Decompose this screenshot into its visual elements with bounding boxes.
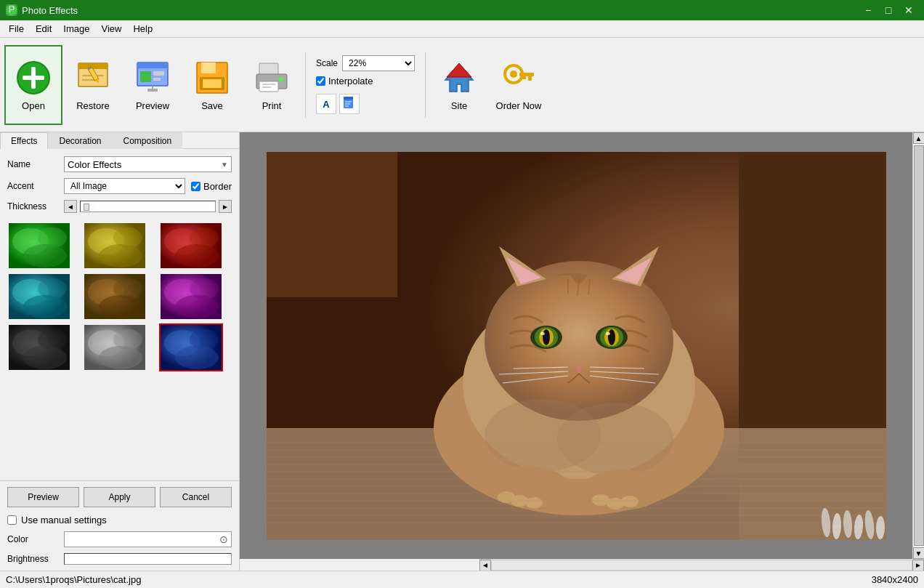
preview-icon	[133, 58, 172, 97]
name-value: Color Effects	[68, 159, 121, 170]
color-input[interactable]: ⊙	[64, 531, 232, 547]
menu-file[interactable]: File	[3, 22, 30, 36]
apply-button[interactable]: Apply	[84, 487, 155, 507]
thickness-label: Thickness	[7, 201, 58, 212]
image-dimensions: 3840x2400	[872, 574, 918, 585]
accent-row: Accent All Image Borders only Center Bor…	[7, 178, 232, 194]
swatch-teal[interactable]	[7, 273, 71, 321]
titlebar-controls: − □ ✕	[859, 3, 918, 17]
scroll-right-button[interactable]: ►	[912, 560, 924, 571]
manual-settings-checkbox[interactable]	[7, 515, 17, 525]
svg-rect-14	[140, 71, 151, 82]
menubar: File Edit Image View Help	[0, 20, 924, 38]
svg-rect-39	[528, 76, 532, 81]
name-dropdown-arrow: ▼	[221, 161, 228, 169]
swatch-yellow[interactable]	[83, 222, 147, 270]
swatch-yellow-inner	[84, 223, 145, 268]
manual-check-row: Use manual settings	[7, 515, 232, 525]
swatches-grid	[7, 219, 232, 374]
svg-rect-22	[203, 79, 222, 88]
print-icon	[252, 58, 291, 97]
color-label: Color	[7, 534, 58, 544]
svg-rect-18	[152, 86, 153, 89]
swatch-dark-inner	[9, 325, 70, 370]
hscroll-track	[491, 560, 912, 571]
svg-marker-35	[447, 63, 471, 77]
scroll-thumb[interactable]	[914, 145, 924, 546]
swatch-red[interactable]	[159, 222, 223, 270]
menu-edit[interactable]: Edit	[30, 22, 57, 36]
order-now-button[interactable]: Order Now	[490, 45, 548, 125]
maximize-button[interactable]: □	[879, 3, 898, 17]
swatch-purple[interactable]	[159, 273, 223, 321]
menu-help[interactable]: Help	[127, 22, 158, 36]
action-buttons: Preview Apply Cancel	[7, 487, 232, 507]
swatch-teal-inner	[9, 274, 70, 319]
tab-effects[interactable]: Effects	[0, 132, 48, 149]
swatch-silver[interactable]	[83, 323, 147, 371]
swatch-brown[interactable]	[83, 273, 147, 321]
svg-rect-17	[147, 89, 158, 92]
restore-button[interactable]: Restore	[64, 45, 122, 125]
save-button[interactable]: Save	[183, 45, 241, 125]
site-label: Site	[451, 100, 467, 111]
right-section: ▲ ▼ ◄ ►	[240, 132, 924, 571]
panel-content: Name Color Effects ▼ Accent All Image Bo…	[0, 149, 239, 480]
scale-label: Scale	[316, 58, 338, 68]
svg-point-26	[279, 77, 283, 81]
print-label: Print	[262, 100, 282, 111]
border-label[interactable]: Border	[203, 181, 232, 192]
svg-rect-38	[519, 73, 534, 76]
svg-rect-40	[522, 76, 526, 79]
panel-bottom: Preview Apply Cancel Use manual settings…	[0, 480, 239, 571]
font-doc-button[interactable]	[339, 94, 360, 114]
swatch-red-inner	[161, 223, 222, 268]
scroll-up-button[interactable]: ▲	[913, 132, 925, 144]
svg-point-37	[510, 71, 517, 78]
svg-rect-4	[23, 76, 44, 80]
svg-rect-20	[201, 63, 216, 73]
font-a-button[interactable]: A	[316, 94, 336, 114]
preview-button[interactable]: Preview	[123, 45, 182, 125]
tab-decoration[interactable]: Decoration	[48, 132, 112, 149]
menu-image[interactable]: Image	[57, 22, 95, 36]
interpolate-label[interactable]: Interpolate	[328, 76, 373, 86]
tabs: Effects Decoration Composition	[0, 132, 239, 149]
swatch-green[interactable]	[7, 222, 71, 270]
accent-select[interactable]: All Image Borders only Center	[64, 178, 185, 194]
scale-select[interactable]: 10% 15% 22% 25% 33% 50% 75% 100%	[342, 55, 415, 71]
svg-rect-6	[78, 63, 108, 69]
interpolate-checkbox[interactable]	[316, 76, 325, 86]
brightness-label: Brightness	[7, 554, 58, 564]
print-button[interactable]: Print	[243, 45, 301, 125]
thickness-slider[interactable]	[81, 201, 215, 212]
svg-rect-30	[344, 97, 353, 100]
left-panel: Effects Decoration Composition Name Colo…	[0, 132, 240, 571]
swatch-green-inner	[9, 223, 70, 268]
swatch-blue[interactable]	[159, 323, 223, 371]
open-icon	[14, 58, 53, 97]
scroll-down-button[interactable]: ▼	[913, 547, 925, 559]
save-label: Save	[201, 100, 223, 111]
image-area	[240, 132, 912, 559]
menu-view[interactable]: View	[96, 22, 128, 36]
manual-settings-label[interactable]: Use manual settings	[21, 515, 107, 525]
scroll-left-button[interactable]: ◄	[479, 560, 491, 571]
open-button[interactable]: Open	[4, 45, 62, 125]
swatch-dark[interactable]	[7, 323, 71, 371]
thickness-decrease-button[interactable]: ◄	[64, 200, 77, 213]
toolbar: Open Restore	[0, 38, 924, 132]
border-checkbox[interactable]	[191, 182, 200, 191]
close-button[interactable]: ✕	[899, 3, 918, 17]
preview-action-button[interactable]: Preview	[7, 487, 79, 507]
toolbar-separator-1	[305, 52, 306, 118]
svg-rect-13	[137, 63, 168, 68]
cancel-button[interactable]: Cancel	[160, 487, 232, 507]
name-dropdown[interactable]: Color Effects ▼	[64, 156, 232, 172]
tab-composition[interactable]: Composition	[113, 132, 183, 149]
site-button[interactable]: Site	[430, 45, 488, 125]
statusbar: C:\Users\1proqs\Pictures\cat.jpg 3840x24…	[0, 571, 924, 588]
minimize-button[interactable]: −	[859, 3, 878, 17]
thickness-increase-button[interactable]: ►	[219, 200, 232, 213]
color-row: Color ⊙	[7, 531, 232, 547]
